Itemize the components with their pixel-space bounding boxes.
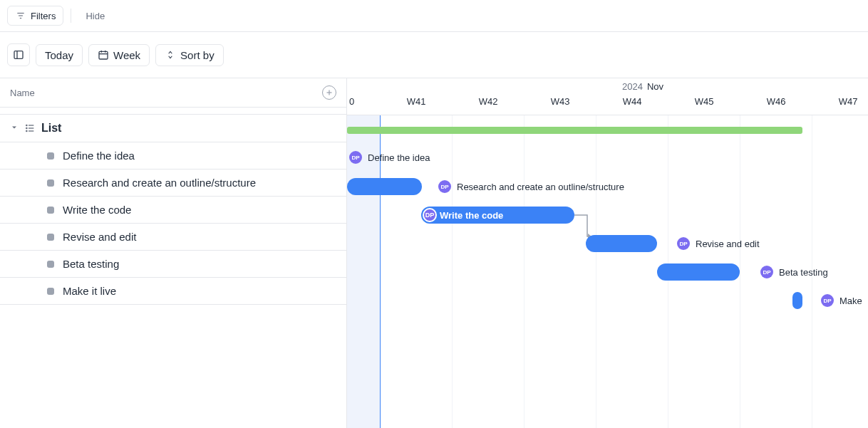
task-label: Research and create an outline/structure — [63, 177, 256, 189]
task-row[interactable]: Revise and edit — [0, 224, 346, 251]
week-label: Week — [113, 49, 140, 61]
bar-label: Define the idea — [368, 152, 430, 163]
panel-icon — [13, 49, 24, 61]
week-label: W46 — [767, 96, 786, 107]
separator — [71, 9, 71, 23]
assignee-avatar: DP — [760, 266, 773, 278]
week-label: W42 — [479, 96, 498, 107]
task-row[interactable]: Research and create an outline/structure — [0, 169, 346, 197]
status-icon — [47, 179, 54, 187]
today-button[interactable]: Today — [36, 44, 83, 66]
task-label: Make it live — [63, 285, 116, 297]
timeline-panel[interactable]: 2024 Nov 0 W41 W42 W43 W44 W45 W46 W47 — [347, 78, 868, 428]
week-label: W44 — [623, 96, 642, 107]
gantt-task-label: DP Revise and edit — [677, 237, 760, 250]
assignee-avatar: DP — [438, 180, 451, 193]
task-list-panel: Name List Define the idea Research and c… — [0, 78, 347, 428]
status-icon — [47, 288, 54, 295]
week-label: W41 — [407, 96, 426, 107]
bar-label: Revise and edit — [696, 239, 760, 249]
bar-label: Beta testing — [779, 267, 828, 278]
filters-button[interactable]: Filters — [7, 6, 63, 26]
task-row[interactable]: Define the idea — [0, 142, 346, 169]
gantt-task-label: DP Research and create an outline/struct… — [438, 180, 624, 193]
filters-label: Filters — [31, 11, 56, 21]
week-label: W43 — [551, 96, 570, 107]
svg-rect-5 — [99, 51, 108, 59]
status-icon — [47, 207, 54, 214]
bar-label: Make — [839, 296, 862, 306]
add-column-button[interactable] — [322, 85, 336, 100]
group-summary-bar[interactable] — [347, 127, 802, 134]
group-label: List — [41, 122, 61, 135]
main-split: Name List Define the idea Research and c… — [0, 78, 868, 428]
week-label: W47 — [839, 96, 858, 107]
gantt-bar[interactable] — [586, 235, 657, 252]
week-labels: 0 W41 W42 W43 W44 W45 W46 W47 — [347, 96, 868, 110]
month-marker: 2024 Nov — [622, 81, 663, 92]
hide-button[interactable]: Hide — [78, 7, 112, 25]
task-row[interactable]: Write the code — [0, 197, 346, 224]
svg-point-14 — [26, 125, 27, 125]
task-label: Revise and edit — [63, 231, 136, 243]
timeline-body[interactable]: DP Define the idea DP Research and creat… — [347, 115, 868, 428]
gantt-task-label: DP Beta testing — [760, 266, 828, 278]
gridline — [740, 115, 740, 428]
month-label: Nov — [647, 81, 663, 92]
task-label: Write the code — [63, 204, 131, 216]
toggle-panel-button[interactable] — [7, 43, 30, 66]
assignee-avatar: DP — [821, 294, 834, 307]
task-row[interactable]: Beta testing — [0, 251, 346, 278]
list-icon — [24, 122, 36, 134]
assignee-avatar: DP — [677, 237, 690, 250]
gantt-bar[interactable]: Write the code — [421, 207, 574, 224]
caret-down-icon — [10, 122, 19, 135]
gantt-task-label[interactable]: DP Define the idea — [349, 151, 430, 164]
task-label: Define the idea — [63, 150, 135, 162]
week-button[interactable]: Week — [88, 44, 150, 66]
year-label: 2024 — [622, 81, 643, 92]
assignee-avatar: DP — [349, 151, 362, 164]
bar-label: Write the code — [440, 210, 503, 221]
calendar-icon — [98, 49, 109, 61]
svg-point-16 — [26, 130, 27, 131]
bar-label: Research and create an outline/structure — [457, 182, 624, 192]
gantt-bar[interactable] — [347, 178, 422, 195]
svg-point-15 — [26, 127, 27, 128]
assignee-avatar[interactable]: DP — [423, 208, 437, 222]
gridline — [452, 115, 453, 428]
gantt-bar[interactable] — [792, 292, 802, 309]
status-icon — [47, 152, 54, 160]
week-label: W45 — [695, 96, 714, 107]
status-icon — [47, 261, 54, 268]
gantt-task-label: DP Make — [821, 294, 862, 307]
week-label: 0 — [349, 96, 354, 107]
spacer — [0, 108, 346, 115]
sort-button[interactable]: Sort by — [155, 44, 224, 66]
svg-rect-3 — [14, 51, 23, 59]
timeline-header: 2024 Nov 0 W41 W42 W43 W44 W45 W46 W47 — [347, 78, 868, 115]
column-header-row: Name — [0, 78, 346, 108]
filter-icon — [15, 10, 26, 21]
gridline — [596, 115, 596, 428]
gridline — [524, 115, 525, 428]
filters-bar: Filters Hide — [0, 0, 868, 32]
sort-label: Sort by — [180, 49, 215, 61]
task-label: Beta testing — [63, 258, 119, 270]
task-row[interactable]: Make it live — [0, 278, 346, 305]
status-icon — [47, 234, 54, 241]
column-name-label: Name — [10, 88, 35, 98]
sort-icon — [165, 49, 176, 61]
gantt-bar[interactable] — [657, 263, 740, 281]
view-toolbar: Today Week Sort by — [0, 32, 868, 78]
group-header[interactable]: List — [0, 115, 346, 142]
